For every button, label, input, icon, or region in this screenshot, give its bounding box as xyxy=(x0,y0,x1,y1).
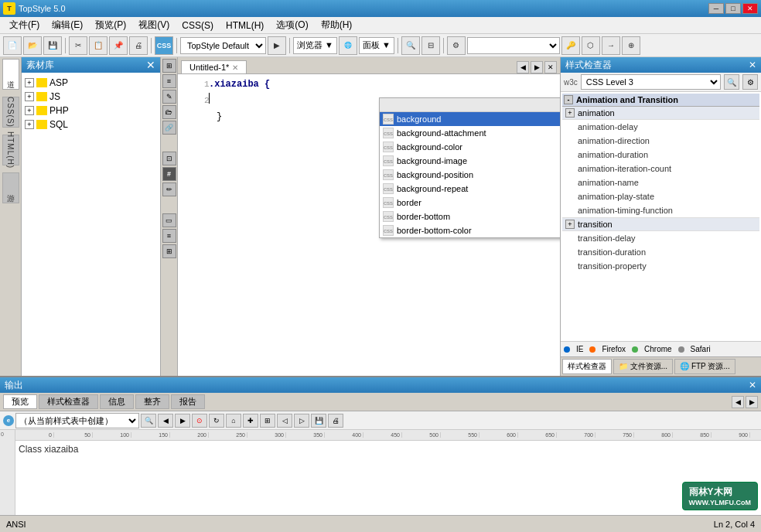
panel-icon-1[interactable]: ⊞ xyxy=(162,59,176,73)
copy-button[interactable]: 📋 xyxy=(89,36,107,55)
tree-item-sql[interactable]: + SQL xyxy=(25,118,157,131)
editor-content[interactable]: 1 .xiazaiba { 2 } c xyxy=(178,74,560,376)
si-prop-transition-duration[interactable]: transition-duration xyxy=(562,245,759,259)
output-btn-refresh[interactable]: ↻ xyxy=(209,414,224,428)
tree-item-js[interactable]: + JS xyxy=(25,90,157,104)
output-tab-report[interactable]: 报告 xyxy=(171,394,205,409)
tree-expand-sql[interactable]: + xyxy=(25,120,34,129)
panel-icon-2[interactable]: ≡ xyxy=(162,74,176,88)
si-prop-animation-duration[interactable]: animation-duration xyxy=(562,148,759,162)
si-search-btn[interactable]: 🔍 xyxy=(724,74,739,90)
si-tab-style[interactable]: 样式检查器 xyxy=(562,359,612,374)
output-tab-preview[interactable]: 预览 xyxy=(3,394,37,409)
output-btn-resize[interactable]: ⊞ xyxy=(260,414,275,428)
zoom-out-button[interactable]: ⊟ xyxy=(421,36,440,55)
misc-btn5[interactable]: ⊕ xyxy=(622,36,640,55)
output-btn-2[interactable]: ◀ xyxy=(158,414,173,428)
si-prop-animation-delay[interactable]: animation-delay xyxy=(562,120,759,134)
panel-button[interactable]: 面板 ▼ xyxy=(359,37,394,54)
menu-view[interactable]: 视图(V) xyxy=(132,17,176,33)
output-nav-prev[interactable]: ◀ xyxy=(732,396,744,408)
editor-tab-untitled[interactable]: Untitled-1* ✕ xyxy=(181,60,247,73)
source-dropdown[interactable]: （从当前样式表中创建） xyxy=(15,413,139,428)
tree-expand-asp[interactable]: + xyxy=(25,78,34,87)
panel-icon-3[interactable]: ✎ xyxy=(162,90,176,104)
maximize-button[interactable]: □ xyxy=(725,3,741,14)
ac-item-background[interactable]: css background e f c s xyxy=(380,112,560,126)
menu-edit[interactable]: 编辑(E) xyxy=(46,17,89,33)
tree-expand-js[interactable]: + xyxy=(25,92,34,101)
browser-button[interactable]: 浏览器 ▼ xyxy=(293,37,337,54)
paste-button[interactable]: 📌 xyxy=(109,36,128,55)
tab-nav-next[interactable]: ▶ xyxy=(531,61,543,73)
ac-item-background-repeat[interactable]: css background-repeat e f c s xyxy=(380,182,560,196)
si-settings-btn[interactable]: ⚙ xyxy=(742,74,758,90)
output-close[interactable]: ✕ xyxy=(749,380,756,390)
sidebar-tab-assets[interactable]: 道 xyxy=(2,59,19,90)
output-btn-stop[interactable]: ⊙ xyxy=(192,414,207,428)
sidebar-tab-css[interactable]: CSS(S) xyxy=(2,97,19,128)
apply-button[interactable]: ▶ xyxy=(268,36,286,55)
output-btn-home[interactable]: ⌂ xyxy=(226,414,241,428)
tree-expand-php[interactable]: + xyxy=(25,106,34,115)
panel-icon-4[interactable]: 🗁 xyxy=(162,105,176,119)
menu-options[interactable]: 选项(O) xyxy=(270,17,314,33)
misc-btn1[interactable]: ⚙ xyxy=(447,36,466,55)
print-button[interactable]: 🖨 xyxy=(129,36,148,55)
si-prop-transition-property[interactable]: transition-property xyxy=(562,259,759,273)
menu-html[interactable]: HTML(H) xyxy=(220,19,270,32)
si-prop-transition-delay[interactable]: transition-delay xyxy=(562,231,759,245)
sidebar-tab-misc[interactable]: 游 xyxy=(2,172,19,203)
ac-item-border[interactable]: css border e f c s xyxy=(380,196,560,210)
output-btn-save[interactable]: 💾 xyxy=(311,414,326,428)
misc-btn2[interactable]: 🔑 xyxy=(561,36,580,55)
si-section-expand[interactable]: - xyxy=(564,95,573,104)
css-level-dropdown[interactable]: CSS Level 3 xyxy=(581,74,721,90)
selector-dropdown[interactable] xyxy=(467,37,560,54)
si-prop-animation-play[interactable]: animation-play-state xyxy=(562,189,759,203)
output-btn-1[interactable]: 🔍 xyxy=(141,414,156,428)
close-button[interactable]: ✕ xyxy=(742,3,758,14)
panel-icon-layout3[interactable]: ⊞ xyxy=(162,244,176,258)
si-close[interactable]: ✕ xyxy=(749,60,756,70)
si-prop-animation-name[interactable]: animation-name xyxy=(562,176,759,189)
si-tab-ftp[interactable]: 🌐 FTP 资源... xyxy=(674,359,735,374)
output-tab-tidy[interactable]: 整齐 xyxy=(135,394,169,409)
si-prop-animation-direction[interactable]: animation-direction xyxy=(562,134,759,148)
output-tab-style[interactable]: 样式检查器 xyxy=(39,394,98,409)
open-button[interactable]: 📂 xyxy=(23,36,42,55)
style-dropdown[interactable]: TopStyle Default xyxy=(180,37,266,54)
ac-item-border-bottom[interactable]: css border-bottom e f c s xyxy=(380,210,560,223)
misc-btn4[interactable]: → xyxy=(602,36,620,55)
ac-item-background-position[interactable]: css background-position e f c s xyxy=(380,168,560,182)
tree-item-php[interactable]: + PHP xyxy=(25,104,157,118)
si-prop-animation-iteration[interactable]: animation-iteration-count xyxy=(562,162,759,176)
si-prop-animation-timing[interactable]: animation-timing-function xyxy=(562,203,759,217)
zoom-in-button[interactable]: 🔍 xyxy=(401,36,420,55)
assets-panel-close[interactable]: ✕ xyxy=(146,59,155,71)
menu-preview[interactable]: 预览(P) xyxy=(89,17,132,33)
minimize-button[interactable]: ─ xyxy=(708,3,724,14)
panel-icon-edit[interactable]: ✏ xyxy=(162,182,176,196)
new-button[interactable]: 📄 xyxy=(3,36,22,55)
ac-item-background-color[interactable]: css background-color e f c s xyxy=(380,140,560,154)
ac-item-border-bottom-color[interactable]: css border-bottom-color e f c s xyxy=(380,223,560,237)
menu-help[interactable]: 帮助(H) xyxy=(315,17,359,33)
ac-item-background-attachment[interactable]: css background-attachment e f c s xyxy=(380,126,560,140)
panel-icon-hash[interactable]: # xyxy=(162,167,176,181)
misc-btn3[interactable]: ⬡ xyxy=(582,36,600,55)
autocomplete-dropdown[interactable]: css background e f c s css background- xyxy=(379,97,560,238)
output-btn-print[interactable]: 🖨 xyxy=(328,414,343,428)
save-button[interactable]: 💾 xyxy=(43,36,62,55)
panel-icon-layout2[interactable]: ≡ xyxy=(162,229,176,243)
menu-file[interactable]: 文件(F) xyxy=(3,17,46,33)
output-btn-right[interactable]: ▷ xyxy=(294,414,309,428)
menu-css[interactable]: CSS(S) xyxy=(176,19,220,32)
si-tab-file[interactable]: 📁 文件资源... xyxy=(613,359,673,374)
panel-icon-5[interactable]: 🔗 xyxy=(162,121,176,135)
tab-close-button[interactable]: ✕ xyxy=(232,63,238,72)
si-animation-expand[interactable]: + xyxy=(565,108,575,118)
tab-close-all[interactable]: ✕ xyxy=(544,61,557,73)
output-nav-next[interactable]: ▶ xyxy=(746,396,758,408)
panel-icon-6[interactable]: ⊡ xyxy=(162,152,176,165)
